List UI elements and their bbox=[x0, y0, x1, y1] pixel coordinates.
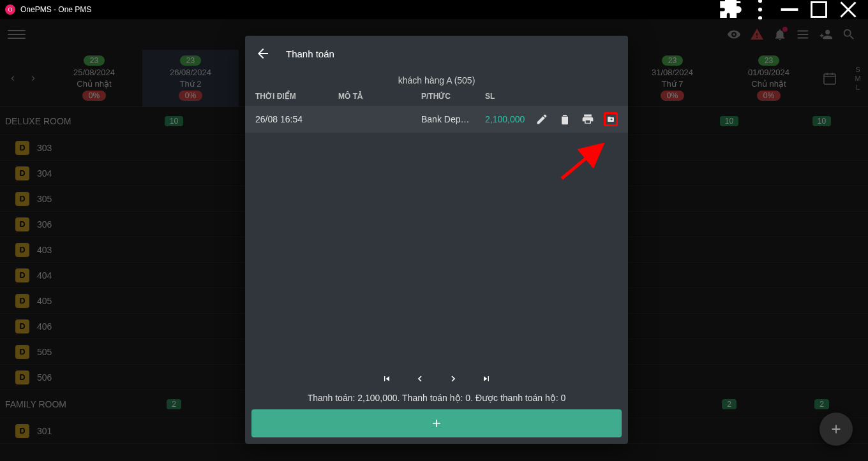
window-titlebar: O OnePMS - One PMS bbox=[0, 0, 868, 19]
minimize-button[interactable] bbox=[775, 0, 804, 19]
modal-customer: khách hàng A (505) bbox=[245, 71, 628, 92]
maximize-button[interactable] bbox=[804, 0, 834, 19]
last-page-icon[interactable] bbox=[481, 374, 491, 384]
back-button[interactable] bbox=[255, 46, 271, 61]
window-title: OnePMS - One PMS bbox=[20, 5, 716, 14]
payment-summary: Thanh toán: 2,100,000. Thanh toán hộ: 0.… bbox=[245, 390, 628, 409]
modal-title: Thanh toán bbox=[286, 48, 334, 59]
extension-icon[interactable] bbox=[716, 0, 745, 19]
edit-icon[interactable] bbox=[535, 112, 549, 126]
svg-point-1 bbox=[758, 8, 762, 11]
svg-rect-3 bbox=[781, 8, 798, 11]
print-icon[interactable] bbox=[581, 112, 595, 126]
payment-method: Bank Dep… bbox=[421, 114, 485, 124]
svg-point-0 bbox=[758, 0, 762, 3]
add-payment-button[interactable] bbox=[251, 409, 622, 437]
next-page-icon[interactable] bbox=[448, 374, 458, 384]
payment-modal: Thanh toán khách hàng A (505) THỜI ĐIỂM … bbox=[245, 36, 628, 444]
close-button[interactable] bbox=[834, 0, 863, 19]
payment-time: 26/08 16:54 bbox=[255, 114, 338, 124]
first-page-icon[interactable] bbox=[382, 374, 392, 384]
delete-icon[interactable] bbox=[558, 112, 572, 126]
more-icon[interactable] bbox=[745, 0, 775, 19]
payment-row[interactable]: 26/08 16:54 Bank Dep… 2,100,000 bbox=[245, 106, 628, 133]
payment-amount: 2,100,000 bbox=[485, 114, 525, 124]
fab-add-button[interactable] bbox=[819, 413, 853, 446]
prev-page-icon[interactable] bbox=[415, 374, 425, 384]
app-logo: O bbox=[5, 4, 15, 15]
svg-rect-4 bbox=[812, 3, 827, 17]
pager bbox=[245, 367, 628, 390]
move-to-folder-icon[interactable] bbox=[604, 112, 618, 126]
modal-column-headers: THỜI ĐIỂM MÔ TẢ P/THỨC SL bbox=[245, 92, 628, 106]
